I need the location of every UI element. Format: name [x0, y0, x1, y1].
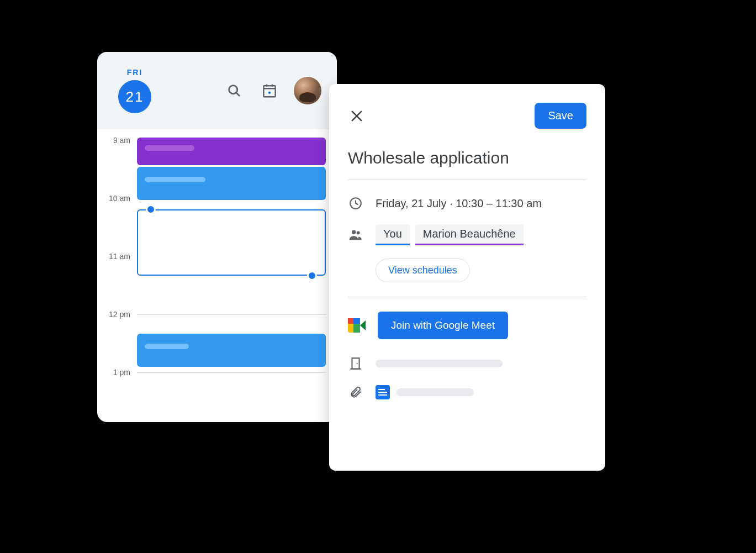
search-icon[interactable] — [223, 80, 245, 102]
calendar-timeline[interactable]: 9 am 10 am 11 am 12 pm 1 pm — [97, 129, 337, 422]
new-event-selection[interactable] — [137, 209, 326, 276]
calendar-header: FRI 21 — [97, 52, 337, 129]
google-meet-icon — [348, 318, 366, 333]
today-icon[interactable] — [258, 80, 281, 102]
hour-label: 9 am — [97, 136, 137, 194]
event-title[interactable]: Wholesale application — [348, 149, 586, 180]
svg-rect-12 — [352, 358, 360, 369]
attachment-row[interactable] — [348, 385, 586, 400]
calendar-event-purple[interactable] — [137, 138, 326, 165]
hour-label: 11 am — [97, 252, 137, 310]
location-placeholder — [376, 360, 503, 367]
day-number-badge: 21 — [118, 80, 151, 113]
attachment-icon — [348, 385, 363, 400]
avatar[interactable] — [294, 77, 321, 104]
view-schedules-button[interactable]: View schedules — [376, 259, 470, 282]
attendees-row: You Marion Beauchêne — [348, 224, 586, 245]
day-weekday-label: FRI — [127, 68, 143, 77]
clock-icon — [348, 196, 363, 211]
calendar-day-view: FRI 21 9 am 10 am 11 am 12 pm 1 pm — [97, 52, 337, 422]
svg-point-6 — [268, 92, 271, 94]
room-icon — [348, 356, 363, 371]
docs-icon — [376, 385, 390, 399]
attendee-chip-you[interactable]: You — [376, 224, 410, 245]
people-icon — [348, 227, 363, 243]
attachment-placeholder — [396, 388, 474, 396]
calendar-event-blue[interactable] — [137, 334, 326, 367]
close-icon[interactable] — [348, 107, 366, 125]
hour-label: 1 pm — [97, 368, 137, 422]
join-meet-button[interactable]: Join with Google Meet — [378, 312, 508, 339]
google-meet-row: Join with Google Meet — [348, 312, 586, 339]
day-indicator[interactable]: FRI 21 — [118, 68, 151, 113]
save-button[interactable]: Save — [535, 103, 586, 129]
event-datetime-text: Friday, 21 July · 10:30 – 11:30 am — [376, 197, 542, 210]
svg-point-11 — [357, 231, 360, 234]
location-row[interactable] — [348, 356, 586, 371]
svg-line-1 — [236, 93, 240, 96]
svg-point-14 — [357, 363, 358, 364]
hour-label: 12 pm — [97, 310, 137, 368]
svg-rect-2 — [263, 86, 275, 97]
calendar-event-blue[interactable] — [137, 167, 326, 200]
hour-label: 10 am — [97, 194, 137, 252]
resize-handle-bottom[interactable] — [307, 271, 317, 281]
svg-point-10 — [352, 230, 356, 234]
attendee-chip-other[interactable]: Marion Beauchêne — [415, 224, 524, 245]
event-time-row[interactable]: Friday, 21 July · 10:30 – 11:30 am — [348, 196, 586, 211]
event-detail-panel: Save Wholesale application Friday, 21 Ju… — [329, 84, 605, 471]
resize-handle-top[interactable] — [146, 204, 156, 214]
